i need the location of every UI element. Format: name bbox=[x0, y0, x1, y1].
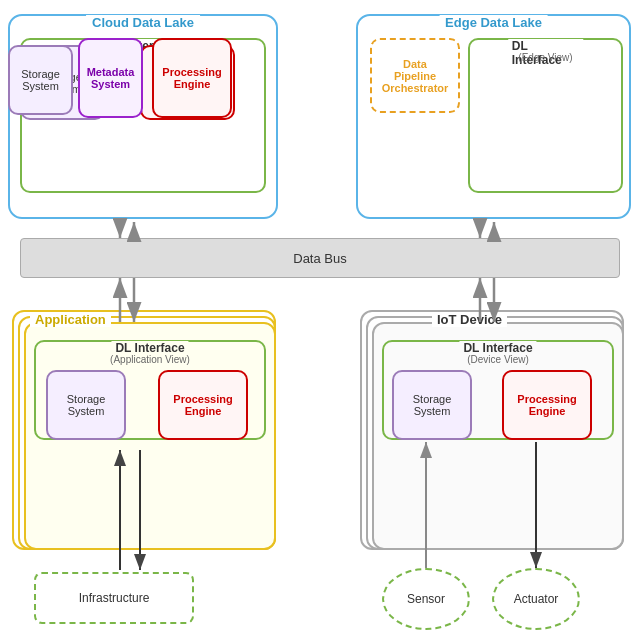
iot-storage-label: StorageSystem bbox=[413, 393, 452, 417]
data-pipeline-orchestrator: DataPipelineOrchestrator bbox=[370, 38, 460, 113]
iot-dl-interface-label: DL Interface bbox=[459, 341, 536, 355]
app-storage-label: StorageSystem bbox=[67, 393, 106, 417]
actuator-label: Actuator bbox=[514, 592, 559, 606]
iot-processing-engine: ProcessingEngine bbox=[502, 370, 592, 440]
app-dl-interface-sublabel: (Application View) bbox=[110, 354, 190, 365]
infrastructure-label: Infrastructure bbox=[79, 591, 150, 605]
architecture-diagram: Cloud Data Lake DL Interface (Cloud View… bbox=[0, 0, 640, 644]
actuator: Actuator bbox=[492, 568, 580, 630]
app-storage-system: StorageSystem bbox=[46, 370, 126, 440]
edge-processing-engine: ProcessingEngine bbox=[152, 38, 232, 118]
edge-metadata-system: MetadataSystem bbox=[78, 38, 143, 118]
edge-storage-label: StorageSystem bbox=[21, 68, 60, 92]
iot-device-label: IoT Device bbox=[432, 312, 507, 327]
sensor: Sensor bbox=[382, 568, 470, 630]
iot-processing-label: ProcessingEngine bbox=[517, 393, 576, 417]
app-processing-engine: ProcessingEngine bbox=[158, 370, 248, 440]
app-dl-interface-label: DL Interface bbox=[111, 341, 188, 355]
edge-storage-system: StorageSystem bbox=[8, 45, 73, 115]
edge-processing-label: ProcessingEngine bbox=[162, 66, 221, 90]
infrastructure: Infrastructure bbox=[34, 572, 194, 624]
edge-data-lake-container: Edge Data Lake DataPipelineOrchestrator … bbox=[356, 14, 631, 219]
iot-dl-interface-sublabel: (Device View) bbox=[467, 354, 529, 365]
app-processing-label: ProcessingEngine bbox=[173, 393, 232, 417]
edge-metadata-label: MetadataSystem bbox=[87, 66, 135, 90]
edge-dl-interface-sublabel: (Edge View) bbox=[518, 52, 572, 63]
application-label: Application bbox=[30, 312, 111, 327]
edge-dl-interface: DL Interface (Edge View) bbox=[468, 38, 623, 193]
edge-data-lake-label: Edge Data Lake bbox=[439, 15, 548, 30]
sensor-label: Sensor bbox=[407, 592, 445, 606]
data-pipeline-label: DataPipelineOrchestrator bbox=[382, 58, 449, 94]
data-bus: Data Bus bbox=[20, 238, 620, 278]
iot-storage-system: StorageSystem bbox=[392, 370, 472, 440]
data-bus-label: Data Bus bbox=[293, 251, 346, 266]
cloud-data-lake-label: Cloud Data Lake bbox=[86, 15, 200, 30]
